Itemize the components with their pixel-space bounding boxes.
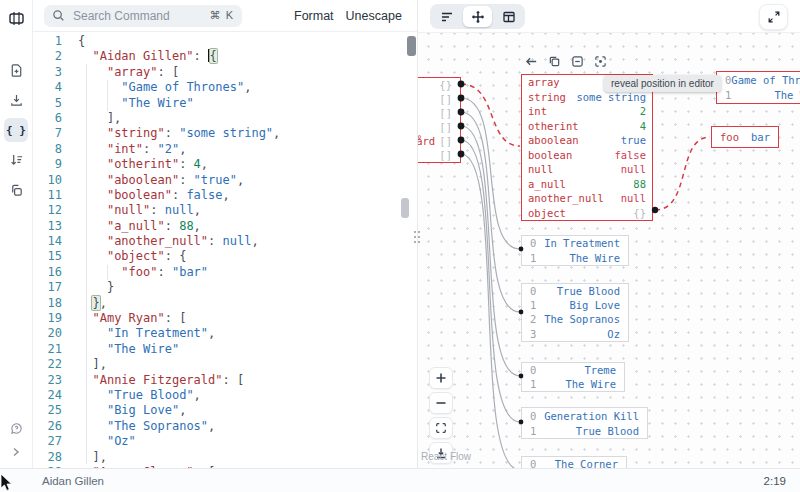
fit-view-button[interactable]: [429, 417, 453, 439]
line-number: 15: [32, 249, 62, 264]
editor-line[interactable]: 15 "object": {: [32, 249, 417, 264]
editor-line[interactable]: 27 "Oz": [32, 434, 417, 449]
line-number: 9: [32, 157, 62, 172]
line-number: 1: [32, 34, 62, 49]
search-input[interactable]: [71, 8, 193, 24]
app-root: { } ⌘ K Format Unescape: [0, 0, 800, 492]
topbar: ⌘ K Format Unescape: [32, 0, 417, 32]
editor-line[interactable]: 17 }: [32, 280, 417, 295]
editor-line[interactable]: 8 "int": "2",: [32, 142, 417, 157]
help-bubble-icon[interactable]: [4, 416, 28, 440]
fullscreen-button[interactable]: [759, 4, 788, 30]
line-number: 2: [32, 49, 62, 64]
line-number: 14: [32, 234, 62, 249]
back-arrow-icon[interactable]: [524, 54, 539, 69]
search-icon: [52, 9, 65, 22]
logo-icon: [4, 6, 28, 30]
line-number: 25: [32, 403, 62, 418]
sidebar: { }: [0, 0, 33, 468]
graph-panel[interactable]: Aidan Gillen{}Amy Ryan[]Annie Fitzgerald…: [418, 0, 800, 468]
editor-line[interactable]: 2 "Aidan Gillen": {: [32, 49, 417, 64]
status-time: 2:19: [764, 475, 786, 487]
editor-line[interactable]: 14 "another_null": null,: [32, 234, 417, 249]
collapse-node-icon[interactable]: [570, 54, 585, 69]
editor-line[interactable]: 11 "boolean": false,: [32, 188, 417, 203]
editor-line[interactable]: 12 "null": null,: [32, 203, 417, 218]
graph-view-button[interactable]: [463, 6, 492, 27]
panel-resize-grip[interactable]: [411, 229, 424, 247]
line-number: 17: [32, 280, 62, 295]
line-number: 6: [32, 111, 62, 126]
line-number: 3: [32, 65, 62, 80]
editor-line[interactable]: 23 "Annie Fitzgerald": [: [32, 373, 417, 388]
editor-line[interactable]: 24 "True Blood",: [32, 388, 417, 403]
editor-line[interactable]: 6 ],: [32, 111, 417, 126]
line-number: 21: [32, 342, 62, 357]
line-number: 11: [32, 188, 62, 203]
editor-code: 1{2 "Aidan Gillen": {3 "array": [4 "Game…: [32, 32, 417, 468]
mouse-cursor: [0, 474, 14, 492]
editor-line[interactable]: 18 },: [32, 296, 417, 311]
filter-transform-icon[interactable]: [4, 148, 28, 172]
duplicate-nodes-icon[interactable]: [4, 178, 28, 202]
reactflow-attribution: React Flow: [421, 451, 471, 462]
new-file-icon[interactable]: [4, 58, 28, 82]
search-box[interactable]: ⌘ K: [44, 5, 242, 27]
braces-icon[interactable]: { }: [4, 118, 28, 142]
search-shortcut: ⌘ K: [210, 9, 234, 22]
line-number: 26: [32, 419, 62, 434]
tooltip: reveal position in editor: [604, 75, 721, 92]
line-number: 23: [32, 373, 62, 388]
line-number: 10: [32, 173, 62, 188]
editor-line[interactable]: 10 "aboolean": "true",: [32, 173, 417, 188]
editor-line[interactable]: 1{: [32, 34, 417, 49]
table-view-button[interactable]: [494, 6, 523, 27]
editor-line[interactable]: 26 "The Sopranos",: [32, 419, 417, 434]
line-number: 5: [32, 96, 62, 111]
line-number: 28: [32, 450, 62, 465]
line-number: 12: [32, 203, 62, 218]
zoom-out-button[interactable]: [429, 392, 453, 414]
copy-node-icon[interactable]: [547, 54, 562, 69]
line-number: 19: [32, 311, 62, 326]
import-icon[interactable]: [4, 88, 28, 112]
editor-line[interactable]: 20 "In Treatment",: [32, 326, 417, 341]
line-number: 7: [32, 126, 62, 141]
list-view-button[interactable]: [432, 6, 461, 27]
editor-line[interactable]: 28 ],: [32, 450, 417, 465]
line-number: 13: [32, 219, 62, 234]
view-toggle: [430, 4, 525, 29]
editor-line[interactable]: 22 ],: [32, 357, 417, 372]
editor-line[interactable]: 13 "a_null": 88,: [32, 219, 417, 234]
editor-line[interactable]: 9 "otherint": 4,: [32, 157, 417, 172]
editor-line[interactable]: 21 "The Wire": [32, 342, 417, 357]
line-number: 4: [32, 80, 62, 95]
line-number: 8: [32, 142, 62, 157]
editor-scrollbar-thumb[interactable]: [407, 36, 416, 56]
line-number: 24: [32, 388, 62, 403]
editor-line[interactable]: 5 "The Wire": [32, 96, 417, 111]
line-number: 20: [32, 326, 62, 341]
focus-node-icon[interactable]: [593, 54, 608, 69]
chevron-right-icon[interactable]: [4, 440, 28, 464]
unescape-button[interactable]: Unescape: [340, 5, 408, 27]
zoom-in-button[interactable]: [429, 367, 453, 389]
line-number: 27: [32, 434, 62, 449]
node-toolbar: [524, 54, 608, 69]
line-number: 16: [32, 265, 62, 280]
statusbar: Aidan Gillen 2:19: [0, 468, 800, 492]
json-editor[interactable]: 1{2 "Aidan Gillen": {3 "array": [4 "Game…: [32, 32, 417, 468]
breadcrumb: Aidan Gillen: [42, 475, 104, 487]
editor-line[interactable]: 4 "Game of Thrones",: [32, 80, 417, 95]
line-number: 22: [32, 357, 62, 372]
editor-line[interactable]: 16 "foo": "bar": [32, 265, 417, 280]
graph-handles: [418, 0, 800, 468]
editor-line[interactable]: 19 "Amy Ryan": [: [32, 311, 417, 326]
line-number: 18: [32, 296, 62, 311]
format-button[interactable]: Format: [288, 5, 340, 27]
editor-line[interactable]: 3 "array": [: [32, 65, 417, 80]
editor-line[interactable]: 25 "Big Love",: [32, 403, 417, 418]
editor-line[interactable]: 7 "string": "some string",: [32, 126, 417, 141]
graph-controls: [429, 367, 453, 464]
editor-overview-marker: [401, 198, 409, 218]
